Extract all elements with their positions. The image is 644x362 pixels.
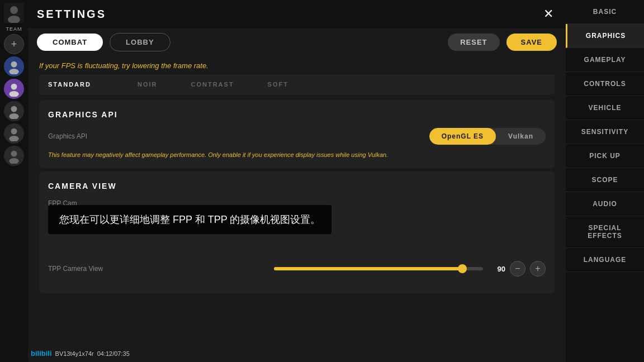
tpp-increment-button[interactable]: + [530,261,546,277]
graphics-api-row: Graphics API OpenGL ES Vulkan [48,128,546,145]
tpp-slider-container[interactable] [268,267,489,270]
graphics-api-section: GRAPHICS API Graphics API OpenGL ES Vulk… [39,100,555,168]
team-avatar [4,3,24,23]
bilibili-logo: bilibili [31,349,52,358]
tpp-camera-label: TPP Camera View [48,265,268,273]
sidebar-item-controls[interactable]: CONTROLS [566,72,644,96]
vulkan-option[interactable]: Vulkan [496,128,546,145]
sidebar-item-basic[interactable]: BASIC [566,0,644,24]
add-player-button[interactable]: + [4,34,24,54]
tpp-slider-fill [274,267,462,270]
player-icon-1[interactable] [4,56,24,77]
tpp-slider-track[interactable] [274,267,483,270]
fps-warning: If your FPS is fluctuating, try lowering… [39,56,555,74]
watermark: bilibili BV13t4y1x74r 04:12/07:35 [31,349,130,358]
svg-point-3 [11,61,17,68]
tpp-decrement-button[interactable]: − [510,261,525,277]
save-button[interactable]: SAVE [506,34,557,51]
player-icon-4[interactable] [4,123,24,144]
tpp-slider-thumb[interactable] [458,264,467,273]
svg-point-8 [9,113,18,119]
combat-tab[interactable]: COMBAT [37,34,103,51]
vulkan-warning: This feature may negatively affect gamep… [48,151,546,158]
tpp-camera-row: TPP Camera View 90 − + [48,261,546,277]
main-content: If your FPS is fluctuating, try lowering… [28,56,566,340]
graphics-api-title: GRAPHICS API [48,110,546,119]
sidebar-item-graphics[interactable]: GRAPHICS [566,24,644,48]
tpp-slider-value: 90 [489,265,505,273]
sidebar-item-scope[interactable]: SCOPE [566,168,644,192]
svg-point-7 [11,106,17,112]
api-toggle-group: OpenGL ES Vulkan [429,128,546,145]
svg-point-11 [11,151,17,157]
lobby-tab[interactable]: LOBBY [110,33,171,51]
watermark-time: 04:12/07:35 [97,350,130,357]
tab-actions: RESET SAVE [448,34,557,51]
noir-label: NOIR [138,81,158,88]
team-label: TEAM [6,26,22,32]
sidebar-item-pickup[interactable]: PICK UP [566,144,644,168]
settings-title: SETTINGS [37,8,106,21]
reset-button[interactable]: RESET [448,34,499,51]
soft-label: SOFT [268,81,288,88]
svg-point-4 [9,69,18,74]
header: SETTINGS ✕ [28,0,566,28]
tab-bar: COMBAT LOBBY RESET SAVE [28,28,566,56]
player-icon-3[interactable] [4,101,24,121]
svg-point-9 [11,128,17,135]
graphics-api-label: Graphics API [48,132,429,140]
watermark-code: BV13t4y1x74r [55,350,94,357]
svg-point-5 [11,84,17,90]
fpp-row: FPP Cam 您现在可以更详细地调整 FPP 和 TPP 的摄像机视图设置。 [48,199,546,227]
sidebar-item-language[interactable]: LANGUAGE [566,248,644,272]
svg-point-6 [9,91,18,97]
opengl-option[interactable]: OpenGL ES [429,128,496,145]
sidebar-item-gameplay[interactable]: GAMEPLAY [566,48,644,72]
left-sidebar: TEAM + [0,0,28,362]
player-icon-2[interactable] [4,79,24,99]
sidebar-item-vehicle[interactable]: VEHICLE [566,96,644,120]
svg-point-1 [10,6,18,14]
sidebar-item-special-effects[interactable]: SPECIAL EFFECTS [566,216,644,248]
standard-label: STANDARD [48,81,104,88]
svg-point-12 [9,158,18,164]
contrast-label: CONTRAST [191,81,234,88]
close-button[interactable]: ✕ [540,6,557,22]
chinese-tooltip: 您现在可以更详细地调整 FPP 和 TPP 的摄像机视图设置。 [48,205,332,234]
right-sidebar: BASIC GRAPHICS GAMEPLAY CONTROLS VEHICLE… [566,0,644,362]
svg-point-10 [9,136,18,141]
standard-row: STANDARD NOIR CONTRAST SOFT [39,74,555,94]
sidebar-item-audio[interactable]: AUDIO [566,192,644,216]
sidebar-item-sensitivity[interactable]: SENSITIVITY [566,120,644,144]
player-icon-5[interactable] [4,146,24,166]
camera-view-section: CAMERA VIEW FPP Cam 您现在可以更详细地调整 FPP 和 TP… [39,172,555,293]
camera-view-title: CAMERA VIEW [48,182,546,190]
